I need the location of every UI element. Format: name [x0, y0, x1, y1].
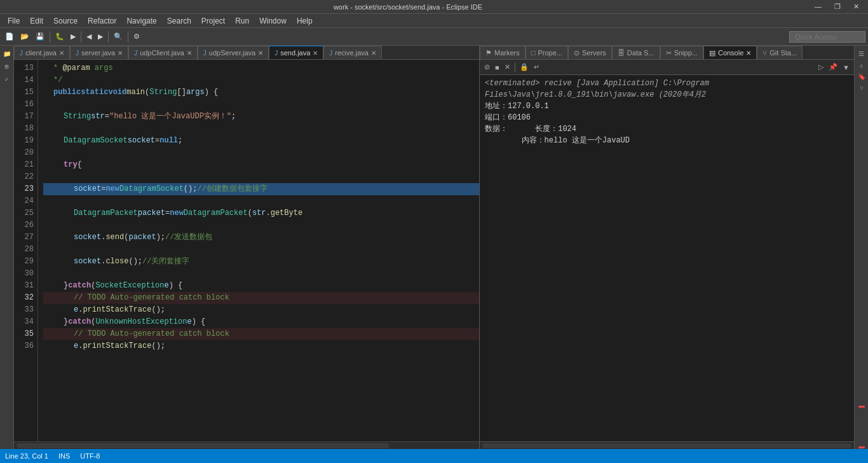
toolbar-back[interactable]: ◀ — [84, 30, 94, 44]
menu-help[interactable]: Help — [292, 14, 318, 27]
tab-close-udpclient[interactable]: ✕ — [187, 50, 192, 57]
tab-git-staging[interactable]: ⑂ Git Sta... — [757, 46, 803, 59]
tab-console[interactable]: ▤ Console ✕ — [703, 46, 757, 59]
tab-properties[interactable]: □ Prope... — [526, 46, 568, 59]
code-line-22 — [43, 171, 479, 183]
tab-close-console[interactable]: ✕ — [746, 50, 751, 57]
console-output-line-2: 端口：60106 — [485, 112, 849, 123]
console-scroll-lock-btn[interactable]: 🔒 — [518, 62, 531, 73]
line-num-30: 30 — [14, 268, 34, 280]
tab-send-java[interactable]: J send.java ✕ — [269, 46, 323, 59]
toolbar-search[interactable]: 🔍 — [111, 30, 125, 44]
menu-refactor[interactable]: Refactor — [83, 14, 121, 27]
line-num-25: 25 — [14, 207, 34, 219]
console-stop-btn[interactable]: ■ — [493, 62, 501, 73]
line-num-29: 29 — [14, 256, 34, 268]
panel-tabs: ⚑ Markers □ Prope... ⊙ Servers 🗄 Data S.… — [480, 46, 854, 60]
java-file-icon-2: J — [76, 50, 79, 57]
sidebar-outline-icon[interactable]: ⊞ — [1, 61, 13, 73]
task-list-icon[interactable]: ☰ — [856, 48, 867, 60]
status-bar: Line 23, Col 1 INS UTF-8 — [0, 449, 868, 463]
sidebar-pkg-explorer-icon[interactable]: 📁 — [1, 48, 13, 60]
code-line-16 — [43, 99, 479, 111]
main-layout: 📁 ⊞ ✓ J client.java ✕ J server.java ✕ J … — [0, 46, 868, 449]
line-num-20: 20 — [14, 147, 34, 159]
minimize-button[interactable]: — — [811, 1, 825, 12]
markers-label: Markers — [494, 49, 520, 57]
tab-close-recive[interactable]: ✕ — [371, 50, 376, 57]
tab-client-java[interactable]: J client.java ✕ — [14, 46, 70, 59]
console-pin-btn[interactable]: 📌 — [827, 62, 839, 73]
menu-file[interactable]: File — [3, 14, 25, 27]
toolbar-save[interactable]: 💾 — [33, 30, 47, 44]
line-num-17: 17 — [14, 111, 34, 123]
toolbar-new[interactable]: 📄 — [3, 30, 17, 44]
git-sidebar-icon[interactable]: ⑂ — [856, 83, 867, 94]
menu-project[interactable]: Project — [196, 14, 230, 27]
tab-udpclient-java[interactable]: J udpClient.java ✕ — [128, 46, 198, 59]
servers-icon: ⊙ — [574, 49, 580, 57]
tab-snippets[interactable]: ✂ Snipp... — [660, 46, 703, 59]
markers-icon: ⚑ — [485, 49, 492, 57]
maximize-button[interactable]: ❐ — [831, 1, 844, 12]
problems-icon[interactable]: ⚠ — [856, 60, 867, 71]
console-output-line-1: 地址：127.0.0.1 — [485, 100, 849, 112]
console-scrollbar[interactable] — [480, 441, 854, 449]
toolbar-forward[interactable]: ▶ — [95, 30, 105, 44]
code-editor[interactable]: 13 14 15 16 17 18 19 20 21 22 23 24 25 2… — [14, 60, 479, 441]
window-title: work - socket/src/socket/send.java - Ecl… — [5, 3, 811, 11]
editor-hscrollbar[interactable] — [14, 441, 479, 449]
line-num-14: 14 — [14, 74, 34, 86]
java-file-icon-3: J — [134, 50, 137, 57]
status-line-col: Line 23, Col 1 — [5, 452, 48, 460]
console-clear-btn[interactable]: ⊘ — [482, 62, 492, 73]
error-marker-2 — [858, 446, 865, 448]
line-num-27: 27 — [14, 232, 34, 244]
quick-access-input[interactable] — [789, 31, 865, 43]
code-line-31: } catch ( SocketException e ) { — [43, 280, 479, 292]
console-word-wrap-btn[interactable]: ↵ — [532, 62, 541, 73]
properties-label: Prope... — [538, 49, 562, 57]
close-button[interactable]: ✕ — [850, 1, 863, 12]
console-h-scroll-track[interactable] — [482, 443, 851, 448]
menu-window[interactable]: Window — [254, 14, 292, 27]
toolbar-perspective[interactable]: ⚙ — [131, 30, 142, 44]
line-numbers: 13 14 15 16 17 18 19 20 21 22 23 24 25 2… — [14, 60, 38, 441]
code-line-17: String str = "hello 这是一个JavaUDP实例！" ; — [43, 111, 479, 123]
menu-edit[interactable]: Edit — [25, 14, 48, 27]
tab-close-server[interactable]: ✕ — [118, 50, 123, 57]
tab-markers[interactable]: ⚑ Markers — [480, 46, 526, 59]
tab-recive-java[interactable]: J recive.java ✕ — [323, 46, 382, 59]
bookmark-icon[interactable]: 🔖 — [856, 71, 867, 83]
sidebar-tasks-icon[interactable]: ✓ — [1, 74, 13, 85]
menu-source[interactable]: Source — [48, 14, 83, 27]
toolbar-run[interactable]: ▶ — [68, 30, 78, 44]
console-open-console-btn[interactable]: ▷ — [817, 62, 825, 73]
menu-navigate[interactable]: Navigate — [121, 14, 161, 27]
tab-servers[interactable]: ⊙ Servers — [568, 46, 612, 59]
menu-search[interactable]: Search — [162, 14, 196, 27]
line-num-13: 13 — [14, 62, 34, 74]
code-content[interactable]: * @param args */ public static void m — [38, 60, 479, 441]
code-line-14: */ — [43, 74, 479, 86]
line-num-26: 26 — [14, 219, 34, 232]
console-terminated-line: <terminated> recive [Java Application] C… — [485, 78, 849, 100]
data-source-label: Data S... — [627, 49, 654, 57]
toolbar-open[interactable]: 📂 — [18, 30, 32, 44]
console-remove-btn[interactable]: ✕ — [503, 62, 512, 73]
tab-udpserver-java[interactable]: J udpServer.java ✕ — [198, 46, 269, 59]
line-num-16: 16 — [14, 99, 34, 111]
menu-run[interactable]: Run — [230, 14, 254, 27]
tab-close-client[interactable]: ✕ — [59, 50, 64, 57]
tab-close-udpserver[interactable]: ✕ — [258, 50, 263, 57]
console-icon: ▤ — [709, 49, 715, 57]
toolbar-sep-2 — [81, 31, 81, 43]
tab-data-source[interactable]: 🗄 Data S... — [612, 46, 660, 59]
tab-close-send[interactable]: ✕ — [313, 50, 318, 57]
toolbar-debug[interactable]: 🐛 — [53, 30, 67, 44]
panel-view-menu-btn[interactable]: ▼ — [841, 62, 851, 73]
tab-server-java[interactable]: J server.java ✕ — [70, 46, 128, 59]
tab-label: recive.java — [335, 49, 369, 57]
code-line-15: public static void main ( String [] args… — [43, 86, 479, 99]
console-output[interactable]: <terminated> recive [Java Application] C… — [480, 75, 854, 441]
